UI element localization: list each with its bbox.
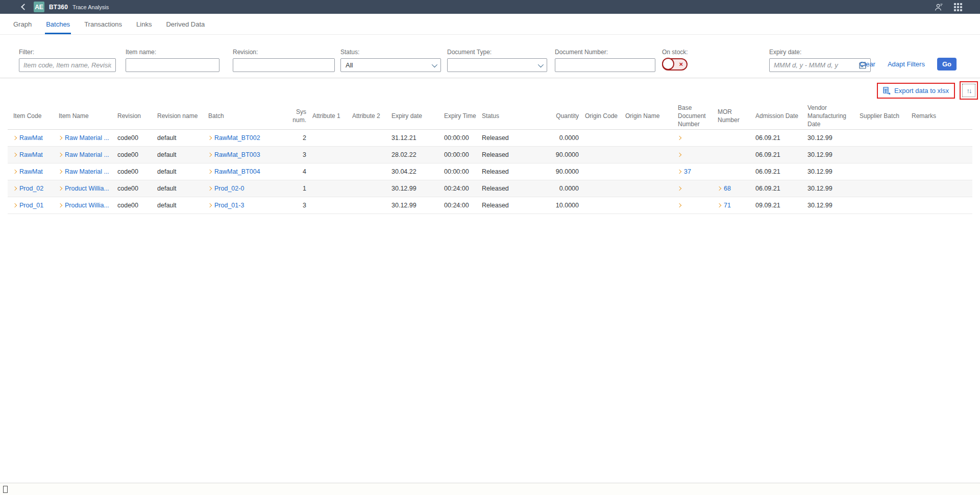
batch-link[interactable]: RawMat_BT003 — [214, 151, 260, 158]
mor-number-link[interactable]: 71 — [724, 202, 731, 209]
item-code-link[interactable]: RawMat — [19, 151, 43, 158]
attribute-1-cell — [312, 147, 352, 163]
vendor-manufacturing-date-cell: 30.12.99 — [807, 180, 860, 197]
tab-derived-data[interactable]: Derived Data — [166, 14, 205, 34]
batch-link[interactable]: RawMat_BT004 — [214, 168, 260, 175]
item-code-link[interactable]: Prod_02 — [19, 185, 43, 192]
column-header-batch[interactable]: Batch — [208, 103, 283, 130]
attribute-2-cell — [352, 163, 391, 180]
origin-code-cell — [585, 130, 625, 147]
revision-cell: code00 — [117, 147, 157, 163]
item-name-link[interactable]: Raw Material ... — [65, 168, 109, 175]
table-row[interactable]: Prod_02 Product Willia... code00 default… — [8, 180, 972, 197]
column-header-item-code[interactable]: Item Code — [8, 103, 59, 130]
supplier-batch-cell — [860, 147, 912, 163]
column-header-supplier-batch[interactable]: Supplier Batch — [860, 103, 912, 130]
column-header-vendor-manufacturing-date[interactable]: Vendor Manufacturing Date — [807, 103, 860, 130]
batch-link[interactable]: Prod_02-0 — [214, 185, 244, 192]
batch-link[interactable]: RawMat_BT002 — [214, 134, 260, 142]
column-header-mor-number[interactable]: MOR Number — [718, 103, 755, 130]
nav-chevron-icon — [208, 203, 212, 207]
app-logo: AE — [34, 2, 44, 12]
expiry-date-field — [769, 58, 871, 72]
quantity-cell: 10.0000 — [531, 197, 585, 214]
expiry-date-cell: 31.12.21 — [391, 130, 444, 147]
vendor-manufacturing-date-cell: 30.12.99 — [807, 163, 860, 180]
column-header-origin-name[interactable]: Origin Name — [625, 103, 678, 130]
table-row[interactable]: RawMat Raw Material ... code00 default R… — [8, 147, 972, 163]
batches-table: Item Code Item Name Revision Revision na… — [8, 103, 972, 214]
revision-cell: code00 — [117, 163, 157, 180]
admission-date-cell: 09.09.21 — [755, 197, 807, 214]
table-row[interactable]: RawMat Raw Material ... code00 default R… — [8, 163, 972, 180]
origin-name-cell — [625, 197, 678, 214]
user-profile-icon[interactable] — [934, 3, 943, 12]
tab-links[interactable]: Links — [136, 14, 152, 34]
column-header-attribute-2[interactable]: Attribute 2 — [352, 103, 391, 130]
item-name-input[interactable] — [126, 58, 219, 72]
item-code-link[interactable]: RawMat — [19, 134, 43, 142]
expiry-time-cell: 00:00:00 — [444, 163, 482, 180]
document-number-input[interactable] — [555, 58, 655, 72]
status-select[interactable]: All — [340, 58, 441, 72]
vendor-manufacturing-date-cell: 30.12.99 — [807, 130, 860, 147]
tab-batches[interactable]: Batches — [46, 14, 70, 34]
expiry-date-input[interactable] — [770, 59, 859, 71]
on-stock-label: On stock: — [662, 49, 693, 56]
column-header-sys-num[interactable]: Sys num. — [283, 103, 312, 130]
status-cell: Released — [482, 130, 531, 147]
item-code-link[interactable]: Prod_01 — [19, 202, 43, 209]
revision-label: Revision: — [233, 49, 335, 56]
item-name-link[interactable]: Product Willia... — [65, 185, 109, 192]
attribute-1-cell — [312, 197, 352, 214]
go-button[interactable]: Go — [937, 58, 957, 70]
table-row[interactable]: Prod_01 Product Willia... code00 default… — [8, 197, 972, 214]
item-name-link[interactable]: Raw Material ... — [65, 151, 109, 158]
sys-num-cell: 3 — [283, 147, 312, 163]
column-header-quantity[interactable]: Quantity — [531, 103, 585, 130]
item-name-link[interactable]: Product Willia... — [65, 202, 109, 209]
document-type-select[interactable] — [447, 58, 547, 72]
column-header-expiry-time[interactable]: Expiry Time — [444, 103, 482, 130]
sys-num-cell: 3 — [283, 197, 312, 214]
origin-name-cell — [625, 130, 678, 147]
origin-code-cell — [585, 197, 625, 214]
column-header-status[interactable]: Status — [482, 103, 531, 130]
mor-number-link[interactable]: 68 — [724, 185, 731, 192]
column-header-item-name[interactable]: Item Name — [59, 103, 117, 130]
expiry-date-cell: 30.12.99 — [391, 197, 444, 214]
nav-chevron-icon — [59, 136, 62, 140]
admission-date-cell: 06.09.21 — [755, 147, 807, 163]
attribute-2-cell — [352, 180, 391, 197]
tab-graph[interactable]: Graph — [13, 14, 32, 34]
column-header-remarks[interactable]: Remarks — [912, 103, 972, 130]
adapt-filters-button[interactable]: Adapt Filters — [888, 60, 925, 68]
nav-chevron-icon — [208, 153, 212, 157]
base-document-number-link[interactable]: 37 — [684, 168, 691, 175]
column-header-revision-name[interactable]: Revision name — [157, 103, 208, 130]
on-stock-toggle[interactable]: × — [662, 58, 688, 70]
revision-input[interactable] — [233, 58, 335, 72]
column-header-attribute-1[interactable]: Attribute 1 — [312, 103, 352, 130]
item-code-link[interactable]: RawMat — [19, 168, 43, 175]
export-xlsx-button[interactable]: Export data to xlsx — [879, 85, 952, 96]
sort-button[interactable]: ↑↓ — [962, 84, 975, 97]
batch-link[interactable]: Prod_01-3 — [214, 202, 244, 209]
column-header-revision[interactable]: Revision — [117, 103, 157, 130]
revision-name-cell: default — [157, 163, 208, 180]
filter-input[interactable] — [19, 58, 116, 72]
back-button[interactable] — [20, 4, 28, 11]
attribute-2-cell — [352, 130, 391, 147]
item-name-label: Item name: — [126, 49, 219, 56]
column-header-base-document-number[interactable]: Base Document Number — [678, 103, 718, 130]
table-header-row: Item Code Item Name Revision Revision na… — [8, 103, 972, 130]
column-header-admission-date[interactable]: Admission Date — [755, 103, 807, 130]
column-header-expiry-date[interactable]: Expiry date — [391, 103, 444, 130]
admission-date-cell: 06.09.21 — [755, 130, 807, 147]
table-row[interactable]: RawMat Raw Material ... code00 default R… — [8, 130, 972, 147]
app-grid-icon[interactable] — [953, 3, 963, 12]
clear-button[interactable]: Clear — [860, 60, 875, 68]
column-header-origin-code[interactable]: Origin Code — [585, 103, 625, 130]
item-name-link[interactable]: Raw Material ... — [65, 134, 109, 142]
tab-transactions[interactable]: Transactions — [84, 14, 122, 34]
